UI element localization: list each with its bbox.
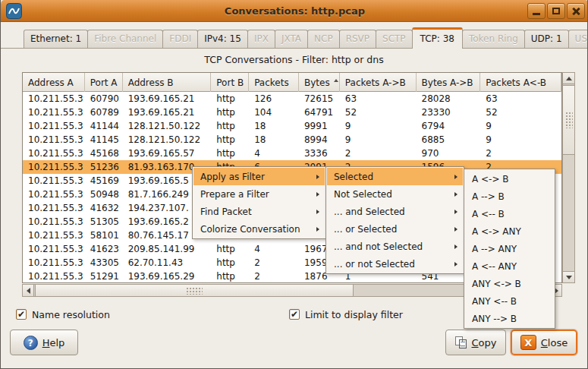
name-resolution-option[interactable]: ✔ Name resolution (16, 308, 110, 320)
table-cell: 4 (249, 242, 299, 256)
menu-item-colorize-conversation[interactable]: Colorize Conversation (193, 220, 325, 238)
table-cell: 43305 (85, 256, 123, 270)
menu-item-or-not-selected[interactable]: ... or not Selected (327, 255, 463, 273)
table-cell: 58101 (85, 229, 123, 242)
menu-item-a-any[interactable]: A <-- ANY (465, 257, 554, 275)
table-cell: 41623 (85, 242, 123, 256)
table-cell: 60790 (85, 92, 123, 106)
menu-item-any-b[interactable]: ANY <-> B (465, 275, 554, 292)
table-cell: 45169 (85, 174, 123, 188)
menu-item-selected[interactable]: Selected (327, 168, 463, 185)
menu-item-any-b[interactable]: ANY --> B (465, 310, 554, 327)
conversation-menu: Apply as FilterPrepare a FilterFind Pack… (192, 166, 326, 239)
tab-tcp-38[interactable]: TCP: 38 (412, 27, 463, 49)
column-label: Port B (216, 74, 244, 92)
menu-item-a-b[interactable]: A <-> B (465, 170, 554, 188)
table-cell: http (211, 92, 249, 106)
tab-ethernet-1[interactable]: Ethernet: 1 (24, 30, 88, 48)
table-cell: 10.211.55.3 (23, 92, 85, 106)
name-resolution-checkbox[interactable]: ✔ (16, 309, 27, 320)
table-row[interactable]: 10.211.55.360789193.69.165.21http1046479… (23, 106, 561, 119)
column-label: Packets A<-B (486, 74, 546, 92)
menu-item-not-selected[interactable]: Not Selected (327, 185, 463, 203)
menu-item-label: ANY <-> B (472, 279, 549, 289)
table-cell: 41145 (85, 133, 123, 147)
table-cell: 128.121.50.122 (123, 119, 212, 133)
minimize-button[interactable] (527, 3, 546, 19)
column-header-bytes-a-b[interactable]: Bytes A->B (417, 73, 481, 92)
scroll-left-button[interactable] (22, 284, 34, 297)
arrow-left-icon (27, 288, 30, 294)
menu-item-prepare-a-filter[interactable]: Prepare a Filter (193, 185, 325, 203)
column-header-packets-a-b[interactable]: Packets A->B (340, 73, 417, 92)
tab-jxta: JXTA (275, 30, 308, 48)
menu-item-label: Colorize Conversation (200, 224, 307, 235)
close-button[interactable]: X Close (511, 330, 577, 355)
column-header-port-b[interactable]: Port B (211, 73, 249, 92)
tab-bar: Ethernet: 1Fibre ChannelFDDIIPv4: 15IPXJ… (1, 27, 588, 49)
menu-item-and-not-selected[interactable]: ... and not Selected (327, 238, 463, 255)
close-window-button[interactable] (567, 3, 585, 19)
column-header-packets[interactable]: Packets (249, 73, 299, 92)
scroll-up-button[interactable] (562, 72, 575, 84)
menu-item-a-any[interactable]: A <-> ANY (465, 222, 554, 240)
menu-item-label: Not Selected (334, 189, 445, 200)
column-header-packets-a-b[interactable]: Packets A<-B (480, 73, 561, 92)
vertical-scrollbar-thumb[interactable] (562, 85, 575, 155)
limit-display-filter-checkbox[interactable]: ✔ (289, 309, 300, 320)
horizontal-scrollbar-thumb[interactable] (35, 284, 354, 297)
menu-item-a-any[interactable]: A --> ANY (465, 240, 554, 257)
table-cell: 63 (340, 92, 417, 106)
submenu-arrow-icon (454, 244, 458, 249)
table-cell: 104 (249, 106, 299, 119)
close-x-icon: X (520, 335, 536, 350)
copy-button-label: Copy (472, 337, 497, 348)
limit-display-filter-option[interactable]: ✔ Limit to display filter (289, 308, 403, 320)
table-cell: http (211, 147, 249, 160)
table-cell: 10.211.55.3 (23, 174, 85, 188)
help-button[interactable]: ? Help (10, 330, 78, 355)
titlebar: Conversations: http.pcap (1, 0, 588, 22)
menu-item-any-b[interactable]: ANY <-- B (465, 292, 554, 310)
table-cell: 45168 (85, 147, 123, 160)
menu-item-a-b[interactable]: A --> B (465, 188, 554, 205)
column-header-bytes[interactable]: Bytes (299, 73, 340, 92)
maximize-icon (552, 8, 560, 14)
column-header-address-a[interactable]: Address A (23, 73, 85, 92)
menu-item-find-packet[interactable]: Find Packet (193, 203, 325, 220)
menu-item-or-selected[interactable]: ... or Selected (327, 220, 463, 238)
table-cell: 970 (417, 147, 481, 160)
tab-ipx: IPX (247, 30, 275, 48)
scroll-down-button[interactable] (562, 271, 575, 283)
tab-sctp: SCTP (376, 30, 413, 48)
tab-fddi: FDDI (162, 30, 198, 48)
maximize-button[interactable] (547, 3, 565, 19)
column-label: Bytes A->B (422, 74, 473, 92)
menu-item-and-selected[interactable]: ... and Selected (327, 203, 463, 220)
column-header-port-a[interactable]: Port A (85, 73, 123, 92)
page-title: TCP Conversations - Filter: http or dns (1, 54, 587, 65)
menu-item-a-b[interactable]: A <-- B (465, 205, 554, 222)
table-cell: 9 (340, 119, 417, 133)
vertical-scrollbar[interactable] (562, 72, 575, 283)
submenu-arrow-icon (454, 227, 458, 232)
table-row[interactable]: 10.211.55.345168193.69.165.57http4333629… (23, 147, 561, 160)
tab-udp-1[interactable]: UDP: 1 (524, 30, 569, 48)
copy-button[interactable]: Copy (445, 330, 506, 355)
table-cell: 41632 (85, 201, 123, 215)
menu-item-label: ANY --> B (472, 314, 549, 324)
table-row[interactable]: 10.211.55.341144128.121.50.122http189991… (23, 119, 561, 133)
menu-item-apply-as-filter[interactable]: Apply as Filter (193, 168, 325, 185)
menu-item-label: Find Packet (200, 207, 307, 217)
table-row[interactable]: 10.211.55.360790193.69.165.21http1267261… (23, 92, 561, 106)
tab-ipv4-15[interactable]: IPv4: 15 (197, 30, 248, 48)
column-header-address-b[interactable]: Address B (123, 73, 212, 92)
table-cell: 41144 (85, 119, 123, 133)
tab-ncp: NCP (307, 30, 340, 48)
table-row[interactable]: 10.211.55.341145128.121.50.122http188994… (23, 133, 561, 147)
table-cell: http (211, 270, 249, 283)
tab-fibre-channel: Fibre Channel (87, 30, 163, 48)
check-icon: ✔ (291, 310, 298, 319)
table-cell: 18 (249, 119, 299, 133)
table-cell: http (211, 256, 249, 270)
